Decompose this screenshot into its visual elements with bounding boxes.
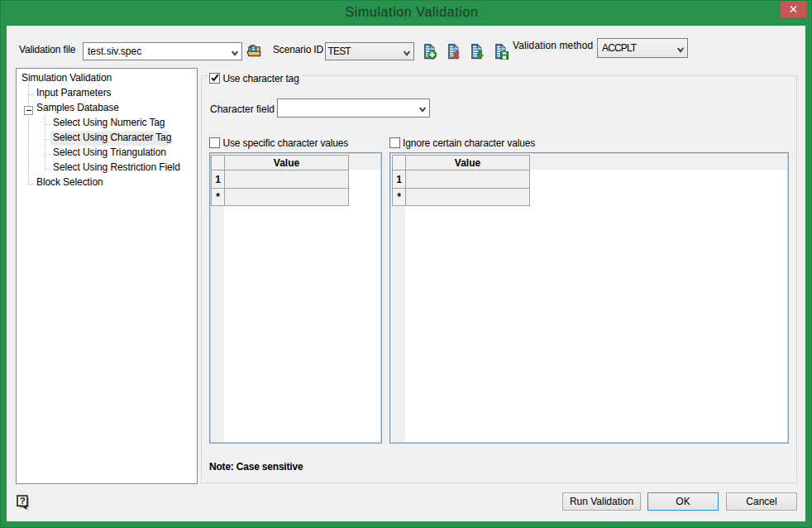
svg-text:?: ? — [20, 496, 26, 506]
